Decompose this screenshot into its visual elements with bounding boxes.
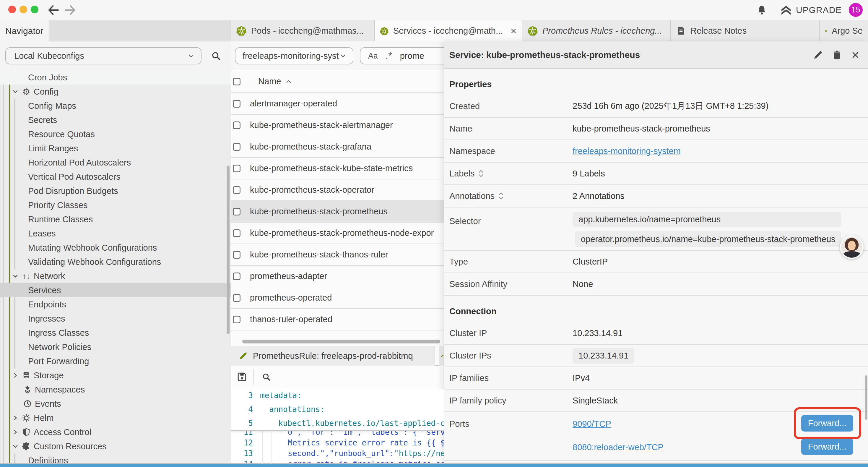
tab-pods[interactable]: Pods - icecheng@mathmas... bbox=[231, 20, 375, 41]
yaml-editor[interactable]: 11 o", "for": "1m", "labels": { "service… bbox=[231, 388, 444, 464]
sidebar-group-network[interactable]: ↑↓ Network bbox=[0, 269, 231, 283]
column-header-name[interactable]: Name bbox=[258, 77, 292, 86]
editor-tab-partial[interactable] bbox=[439, 346, 444, 366]
chevron-right-icon[interactable] bbox=[12, 372, 19, 379]
close-panel-icon[interactable]: × bbox=[851, 49, 859, 61]
forward-button[interactable] bbox=[64, 0, 76, 20]
details-scrollbar[interactable] bbox=[865, 375, 867, 420]
row-checkbox[interactable] bbox=[233, 316, 241, 323]
sidebar-item-leases[interactable]: Leases bbox=[0, 226, 231, 241]
sidebar-item-namespaces[interactable]: Namespaces bbox=[0, 382, 231, 397]
traffic-light-minimize[interactable] bbox=[20, 6, 27, 13]
sidebar-item-secrets[interactable]: Secrets bbox=[0, 113, 231, 127]
sidebar-group-storage[interactable]: Storage bbox=[0, 368, 231, 382]
select-all-checkbox[interactable] bbox=[233, 78, 241, 85]
namespace-select[interactable]: freeleaps-monitoring-system bbox=[235, 47, 353, 64]
regex-toggle[interactable]: .* bbox=[385, 51, 392, 61]
table-row[interactable]: kube-prometheus-stack-prometheus-node-ex… bbox=[231, 223, 444, 244]
sidebar-item-definitions[interactable]: Definitions bbox=[0, 454, 231, 464]
tab-argo[interactable]: Argo Se bbox=[819, 20, 868, 41]
expand-collapse-icon[interactable] bbox=[498, 192, 504, 200]
sidebar-item-services[interactable]: Services bbox=[0, 283, 231, 297]
table-row[interactable]: prometheus-adapter bbox=[231, 266, 444, 287]
tab-prometheus-rules[interactable]: Prometheus Rules - icecheng... bbox=[522, 20, 671, 41]
namespace-link[interactable]: freeleaps-monitoring-system bbox=[572, 146, 681, 156]
sidebar-item-validating-webhook-configurations[interactable]: Validating Webhook Configurations bbox=[0, 255, 231, 269]
horizontal-scrollbar[interactable] bbox=[242, 340, 440, 344]
sidebar-item-vertical-pod-autoscalers[interactable]: Vertical Pod Autoscalers bbox=[0, 170, 231, 184]
chevron-down-icon[interactable] bbox=[12, 272, 19, 280]
sidebar-item-horizontal-pod-autoscalers[interactable]: Horizontal Pod Autoscalers bbox=[0, 155, 231, 170]
row-checkbox[interactable] bbox=[233, 143, 241, 151]
table-row[interactable]: kube-prometheus-stack-alertmanager bbox=[231, 115, 444, 136]
close-tab-icon[interactable]: × bbox=[507, 25, 517, 37]
save-icon[interactable] bbox=[237, 372, 247, 382]
tab-services[interactable]: Services - icecheng@math... × bbox=[375, 20, 522, 41]
sidebar-item-priority-classes[interactable]: Priority Classes bbox=[0, 198, 231, 212]
table-row[interactable]: kube-prometheus-stack-thanos-ruler bbox=[231, 244, 444, 266]
chevron-down-icon[interactable] bbox=[12, 443, 19, 450]
row-checkbox[interactable] bbox=[233, 208, 241, 215]
editor-search-icon[interactable] bbox=[262, 372, 271, 382]
sidebar-item-config-maps[interactable]: Config Maps bbox=[0, 99, 231, 113]
kubeconfig-select[interactable]: Local Kubeconfigs bbox=[5, 47, 202, 64]
sidebar-item-cron-jobs[interactable]: Cron Jobs bbox=[0, 70, 231, 85]
sidebar-scrollbar[interactable] bbox=[226, 166, 229, 334]
list-search-input[interactable]: Aa .* prome bbox=[360, 47, 444, 64]
table-row[interactable]: kube-prometheus-stack-operator bbox=[231, 179, 444, 201]
traffic-light-close[interactable] bbox=[8, 6, 16, 13]
row-checkbox[interactable] bbox=[233, 100, 241, 108]
sidebar-group-access-control[interactable]: Access Control bbox=[0, 425, 231, 439]
search-query-text[interactable]: prome bbox=[400, 51, 424, 61]
editor-tab-prometheusrule[interactable]: PrometheusRule: freeleaps-prod-rabbitmq bbox=[231, 346, 435, 366]
sidebar-item-pod-disruption-budgets[interactable]: Pod Disruption Budgets bbox=[0, 184, 231, 198]
table-row[interactable]: thanos-ruler-operated bbox=[231, 309, 444, 330]
avatar[interactable] bbox=[840, 235, 864, 259]
sidebar-item-network-policies[interactable]: Network Policies bbox=[0, 340, 231, 354]
runbook-url-link[interactable]: https://net bbox=[399, 449, 444, 458]
row-checkbox[interactable] bbox=[233, 229, 241, 237]
sidebar-item-events[interactable]: Events bbox=[0, 397, 231, 411]
sidebar-item-ingress-classes[interactable]: Ingress Classes bbox=[0, 326, 231, 340]
port-9090-link[interactable]: 9090/TCP bbox=[572, 419, 611, 429]
forward-port-8080-button[interactable]: Forward... bbox=[801, 438, 853, 455]
tab-release-notes[interactable]: Release Notes bbox=[671, 20, 819, 41]
sidebar-item-runtime-classes[interactable]: Runtime Classes bbox=[0, 212, 231, 226]
row-checkbox[interactable] bbox=[233, 251, 241, 259]
chevron-down-icon[interactable] bbox=[12, 88, 19, 95]
delete-trash-icon[interactable] bbox=[832, 50, 842, 60]
sidebar-item-limit-ranges[interactable]: Limit Ranges bbox=[0, 141, 231, 155]
tab-navigator[interactable]: Navigator bbox=[0, 20, 49, 41]
sidebar-item-port-forwarding[interactable]: Port Forwarding bbox=[0, 354, 231, 368]
sidebar-group-helm[interactable]: Helm bbox=[0, 411, 231, 425]
row-checkbox[interactable] bbox=[233, 294, 241, 302]
sidebar-group-custom-resources[interactable]: Custom Resources bbox=[0, 439, 231, 454]
row-checkbox[interactable] bbox=[233, 121, 241, 129]
row-checkbox[interactable] bbox=[233, 272, 241, 280]
sidebar-item-endpoints[interactable]: Endpoints bbox=[0, 297, 231, 312]
traffic-light-maximize[interactable] bbox=[31, 6, 38, 13]
upgrade-label[interactable]: UPGRADE bbox=[796, 0, 842, 20]
edit-pencil-icon[interactable] bbox=[813, 50, 823, 60]
table-row[interactable]: alertmanager-operated bbox=[231, 93, 444, 115]
upgrade-icon[interactable] bbox=[780, 5, 792, 16]
back-button[interactable] bbox=[47, 0, 60, 20]
expand-collapse-icon[interactable] bbox=[478, 169, 484, 178]
chevron-right-icon[interactable] bbox=[12, 414, 19, 421]
port-8080-link[interactable]: 8080:reloader-web/TCP bbox=[572, 442, 663, 452]
sidebar-group-config[interactable]: ⚙ Config bbox=[0, 85, 231, 99]
notifications-bell-icon[interactable] bbox=[756, 5, 767, 16]
table-row[interactable]: kube-prometheus-stack-kube-state-metrics bbox=[231, 158, 444, 179]
sidebar-item-resource-quotas[interactable]: Resource Quotas bbox=[0, 127, 231, 141]
table-row[interactable]: kube-prometheus-stack-grafana bbox=[231, 136, 444, 158]
notification-count-badge[interactable]: 15 bbox=[849, 3, 863, 17]
navigator-search-icon[interactable] bbox=[211, 51, 221, 61]
sidebar-item-ingresses[interactable]: Ingresses bbox=[0, 312, 231, 326]
match-case-toggle[interactable]: Aa bbox=[368, 52, 378, 61]
row-checkbox[interactable] bbox=[233, 165, 241, 172]
chevron-right-icon[interactable] bbox=[12, 429, 19, 436]
sidebar-item-mutating-webhook-configurations[interactable]: Mutating Webhook Configurations bbox=[0, 241, 231, 255]
table-row-selected[interactable]: kube-prometheus-stack-prometheus bbox=[231, 201, 444, 223]
table-row[interactable]: prometheus-operated bbox=[231, 287, 444, 309]
row-checkbox[interactable] bbox=[233, 186, 241, 194]
